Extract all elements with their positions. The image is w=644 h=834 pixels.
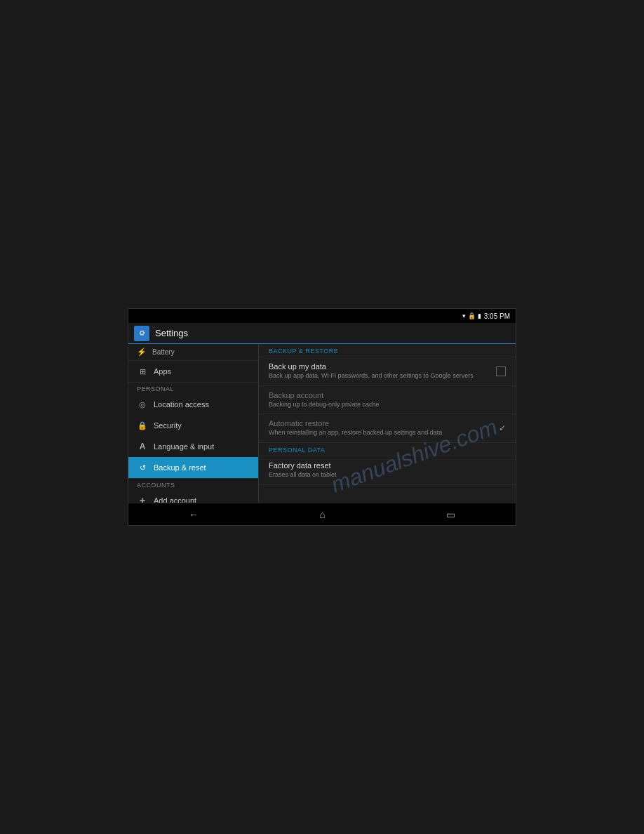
sidebar-item-location[interactable]: ◎ Location access [128,394,258,415]
sidebar-item-location-label: Location access [154,400,209,409]
backup-data-checkbox[interactable] [496,366,506,376]
backup-data-title: Back up my data [269,362,474,371]
sidebar-section-accounts: ACCOUNTS [128,478,258,490]
sidebar-item-backup-reset-label: Backup & reset [154,463,206,472]
backup-data-text: Back up my data Back up app data, Wi-Fi … [269,362,474,380]
add-account-icon: + [137,495,148,503]
backup-account-subtitle: Backing up to debug-only private cache [269,401,380,409]
backup-account-text: Backup account Backing up to debug-only … [269,391,380,409]
status-bar: ▾ 🔒 ▮ 3:05 PM [128,309,516,323]
auto-restore-checkmark: ✓ [499,423,506,433]
factory-reset-text: Factory data reset Erases all data on ta… [269,461,337,479]
apps-icon: ⊞ [137,366,148,377]
sidebar-item-language-label: Language & input [154,442,214,451]
content-panel: BACKUP & RESTORE Back up my data Back up… [258,344,516,503]
settings-app-icon: ⚙ [134,326,149,341]
wifi-icon: ▾ [462,312,466,319]
backup-icon: ↺ [137,462,148,473]
auto-restore-text: Automatic restore When reinstalling an a… [269,419,442,437]
sidebar-item-security[interactable]: 🔒 Security [128,415,258,436]
factory-reset-subtitle: Erases all data on tablet [269,471,337,479]
sidebar-item-apps[interactable]: ⊞ Apps [128,361,258,382]
status-time: 3:05 PM [484,312,510,320]
page-title: Settings [155,328,188,338]
sidebar-item-add-account[interactable]: + Add account [128,490,258,503]
nav-recents-button[interactable]: ▭ [438,506,464,523]
status-icons: ▾ 🔒 ▮ [462,312,481,319]
sidebar-item-battery[interactable]: ⚡ Battery [128,344,258,361]
language-icon: A [137,441,148,452]
section-header-personal-data: PERSONAL DATA [259,443,516,456]
auto-restore-subtitle: When reinstalling an app, restore backed… [269,429,442,437]
nav-back-button[interactable]: ← [180,506,207,523]
content-item-auto-restore: Automatic restore When reinstalling an a… [259,414,516,443]
factory-reset-title: Factory data reset [269,461,337,470]
content-item-backup-data[interactable]: Back up my data Back up app data, Wi-Fi … [259,357,516,386]
sidebar-item-language[interactable]: A Language & input [128,436,258,457]
battery-icon: ⚡ [137,348,147,357]
sidebar-item-add-account-label: Add account [154,496,196,503]
nav-bar: ← ⌂ ▭ [128,503,516,525]
battery-icon: ▮ [478,312,481,319]
title-bar: ⚙ Settings [128,323,516,344]
content-item-backup-account: Backup account Backing up to debug-only … [259,386,516,415]
section-header-backup-restore: BACKUP & RESTORE [259,344,516,357]
sidebar-item-apps-label: Apps [154,367,171,376]
main-content: ⚡ Battery ⊞ Apps PERSONAL ◎ Location acc… [128,344,516,503]
device-frame: ▾ 🔒 ▮ 3:05 PM ⚙ Settings ⚡ Battery ⊞ App… [128,308,516,526]
sidebar: ⚡ Battery ⊞ Apps PERSONAL ◎ Location acc… [128,344,258,503]
sidebar-item-backup-reset[interactable]: ↺ Backup & reset [128,457,258,478]
backup-data-subtitle: Back up app data, Wi-Fi passwords, and o… [269,372,474,380]
sidebar-item-security-label: Security [154,421,182,430]
security-icon: 🔒 [137,420,148,431]
auto-restore-title: Automatic restore [269,419,442,428]
lock-icon: 🔒 [468,312,476,319]
sidebar-item-battery-label: Battery [152,348,175,356]
location-icon: ◎ [137,399,148,410]
nav-home-button[interactable]: ⌂ [311,506,333,523]
backup-account-title: Backup account [269,391,380,399]
content-item-factory-reset[interactable]: Factory data reset Erases all data on ta… [259,456,516,485]
sidebar-section-personal: PERSONAL [128,382,258,394]
